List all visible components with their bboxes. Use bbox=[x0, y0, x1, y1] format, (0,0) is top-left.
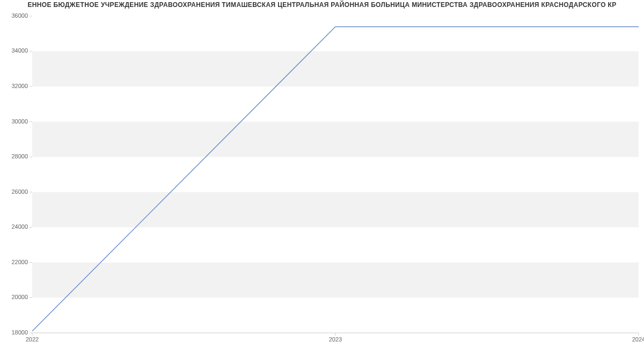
x-tick-label: 2022 bbox=[26, 336, 39, 343]
y-tick-label: 36000 bbox=[11, 12, 28, 19]
line-chart: 1800020000220002400026000280003000032000… bbox=[0, 0, 644, 349]
chart-container: ЕННОЕ БЮДЖЕТНОЕ УЧРЕЖДЕНИЕ ЗДРАВООХРАНЕН… bbox=[0, 0, 644, 349]
grid-band bbox=[32, 122, 639, 157]
y-tick-label: 30000 bbox=[11, 118, 28, 125]
grid-band bbox=[32, 263, 639, 298]
y-tick-label: 34000 bbox=[11, 47, 28, 54]
y-tick-label: 24000 bbox=[11, 223, 28, 230]
x-tick-label: 2024 bbox=[632, 336, 644, 343]
y-tick-label: 26000 bbox=[11, 188, 28, 195]
y-tick-label: 20000 bbox=[11, 294, 28, 300]
grid-band bbox=[32, 52, 639, 87]
y-tick-label: 22000 bbox=[11, 259, 28, 265]
grid-band bbox=[32, 192, 639, 228]
x-tick-label: 2023 bbox=[329, 336, 342, 343]
y-tick-label: 32000 bbox=[11, 83, 28, 89]
chart-title: ЕННОЕ БЮДЖЕТНОЕ УЧРЕЖДЕНИЕ ЗДРАВООХРАНЕН… bbox=[0, 1, 644, 9]
y-tick-label: 18000 bbox=[11, 329, 28, 336]
y-tick-label: 28000 bbox=[11, 153, 28, 159]
